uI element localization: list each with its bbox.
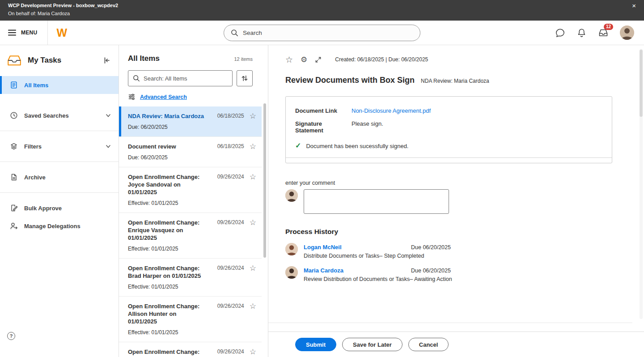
save-for-later-button[interactable]: Save for Later: [342, 338, 402, 351]
collapse-sidebar-icon[interactable]: [102, 56, 110, 64]
banner-title: WCP Development Preview - boxbow_wcpdev2: [8, 3, 636, 8]
inbox-count-badge: 12: [604, 24, 613, 30]
step-due-date: Due 06/20/2025: [411, 268, 451, 274]
task-date: 09/26/2024: [217, 264, 244, 271]
document-icon: [10, 173, 18, 181]
menu-label: MENU: [21, 30, 38, 36]
field-row: Document Link Non-Disclosure Agreement.p…: [295, 107, 603, 114]
sort-button[interactable]: [237, 70, 253, 86]
search-icon: [133, 75, 140, 82]
favorite-star-icon[interactable]: ☆: [250, 112, 256, 120]
sidebar-item-label: Manage Delegations: [24, 223, 80, 230]
content-divider: [268, 323, 632, 323]
task-subtitle: Effective: 01/01/2025: [128, 284, 256, 290]
layers-icon: [10, 142, 18, 150]
task-detail-panel: ☆ ⚙ Created: 06/18/2025 | Due: 06/20/202…: [268, 45, 644, 357]
submit-button[interactable]: Submit: [295, 338, 336, 351]
process-history-title: Process History: [285, 228, 644, 236]
favorite-star-icon[interactable]: ☆: [250, 302, 256, 310]
list-icon: [10, 81, 18, 89]
help-button[interactable]: ?: [7, 332, 15, 340]
sliders-icon: [128, 93, 136, 101]
task-list-item[interactable]: Open Enrollment Change: Allison Hunter o…: [119, 297, 262, 342]
document-link[interactable]: Non-Disclosure Agreement.pdf: [352, 107, 431, 114]
favorite-star-icon[interactable]: ☆: [250, 173, 256, 181]
sidebar-item-bulk-approve[interactable]: Bulk Approve: [0, 199, 119, 217]
sidebar-item-label: All Items: [24, 82, 48, 89]
favorite-star-icon[interactable]: ☆: [250, 264, 256, 272]
page-title: Review Documents with Box Sign: [285, 76, 415, 85]
list-search-input[interactable]: [144, 75, 228, 82]
task-title: Open Enrollment Change: Amanda Baker on …: [128, 348, 204, 357]
task-list-item[interactable]: Open Enrollment Change: Joyce Sandoval o…: [119, 167, 262, 213]
document-card: Document Link Non-Disclosure Agreement.p…: [285, 96, 612, 163]
task-subtitle: Due: 06/20/2025: [128, 124, 256, 130]
sidebar-item-saved-searches[interactable]: Saved Searches: [0, 106, 119, 124]
task-list: NDA Reviev: Maria Cardoza 06/18/2025 ☆ D…: [119, 106, 262, 357]
favorite-star-icon[interactable]: ☆: [250, 219, 256, 226]
task-list-item[interactable]: Open Enrollment Change: Brad Harper on 0…: [119, 259, 262, 297]
all-items-panel: All Items 12 items Advanced Search: [119, 45, 268, 357]
expand-icon[interactable]: [315, 56, 322, 63]
hamburger-icon: [8, 30, 16, 36]
sidebar-item-label: Bulk Approve: [24, 205, 62, 212]
sidebar-item-manage-delegations[interactable]: Manage Delegations: [0, 217, 119, 235]
cancel-button[interactable]: Cancel: [408, 338, 449, 351]
task-title: Open Enrollment Change: Brad Harper on 0…: [128, 264, 204, 280]
advanced-search-row: Advanced Search: [128, 93, 253, 101]
task-list-item[interactable]: Document review 06/18/2025 ☆ Due: 06/20/…: [119, 137, 262, 167]
close-icon[interactable]: ×: [632, 2, 636, 9]
field-row: Signature Statement Please sign.: [295, 120, 603, 134]
user-name-link[interactable]: Logan McNeil: [304, 244, 424, 251]
sidebar-title: My Tasks: [28, 56, 96, 65]
dev-preview-banner: WCP Development Preview - boxbow_wcpdev2…: [0, 0, 644, 21]
global-search-input[interactable]: [243, 30, 413, 36]
document-pencil-icon: [10, 204, 18, 212]
chevron-down-icon: [105, 143, 111, 149]
profile-avatar[interactable]: [620, 26, 634, 40]
sidebar-item-all-items[interactable]: All Items: [0, 76, 119, 94]
task-list-item[interactable]: Open Enrollment Change: Enrique Vasquez …: [119, 213, 262, 259]
menu-button[interactable]: MENU: [0, 21, 48, 45]
card-footer: [286, 157, 612, 163]
list-search-field: [128, 70, 233, 86]
task-title: Open Enrollment Change: Enrique Vasquez …: [128, 219, 204, 242]
top-actions: 12: [555, 26, 644, 40]
field-label: Document Link: [295, 107, 352, 114]
action-bar: Submit Save for Later Cancel: [268, 332, 644, 357]
notifications-bell-button[interactable]: [576, 28, 587, 38]
field-label: Signature Statement: [295, 120, 352, 134]
page-subtitle: NDA Review: Maria Cardoza: [421, 78, 489, 84]
sidebar-spacer: [0, 94, 119, 106]
task-detail-body: ☆ ⚙ Created: 06/18/2025 | Due: 06/20/202…: [268, 45, 644, 323]
favorite-star-icon[interactable]: ☆: [250, 348, 256, 356]
favorite-star-icon[interactable]: ☆: [285, 55, 293, 64]
step-description: Distribute Documents or Tasks– Step Comp…: [304, 253, 424, 259]
sidebar-item-archive[interactable]: Archive: [0, 168, 119, 186]
task-subtitle: Effective: 01/01/2025: [128, 246, 256, 252]
person-arrow-icon: [10, 222, 18, 230]
commenter-avatar: [285, 189, 298, 202]
chat-button[interactable]: [555, 28, 565, 38]
clock-icon: [10, 111, 18, 119]
my-tasks-inbox-button[interactable]: 12: [598, 27, 609, 38]
list-scrollbar[interactable]: [263, 103, 266, 258]
task-date: 09/26/2024: [217, 173, 244, 180]
workday-logo[interactable]: W: [57, 27, 68, 38]
task-list-item[interactable]: NDA Reviev: Maria Cardoza 06/18/2025 ☆ D…: [119, 106, 262, 137]
detail-scrollbar[interactable]: [640, 50, 643, 117]
task-list-item[interactable]: Open Enrollment Change: Amanda Baker on …: [119, 342, 262, 357]
sidebar-item-filters[interactable]: Filters: [0, 137, 119, 155]
list-header: All Items 12 items: [128, 54, 253, 63]
task-title: Open Enrollment Change: Joyce Sandoval o…: [128, 173, 204, 196]
check-icon: ✓: [295, 142, 301, 149]
comment-input[interactable]: [304, 189, 449, 214]
sidebar-header: My Tasks: [0, 45, 119, 76]
favorite-star-icon[interactable]: ☆: [250, 143, 256, 150]
task-date: 09/26/2024: [217, 302, 244, 309]
task-title: NDA Reviev: Maria Cardoza: [128, 112, 204, 120]
advanced-search-link[interactable]: Advanced Search: [140, 94, 187, 100]
sidebar-divider: [0, 131, 119, 131]
gear-icon[interactable]: ⚙: [301, 56, 307, 64]
process-history-entry: Logan McNeil Distribute Documents or Tas…: [285, 243, 536, 259]
